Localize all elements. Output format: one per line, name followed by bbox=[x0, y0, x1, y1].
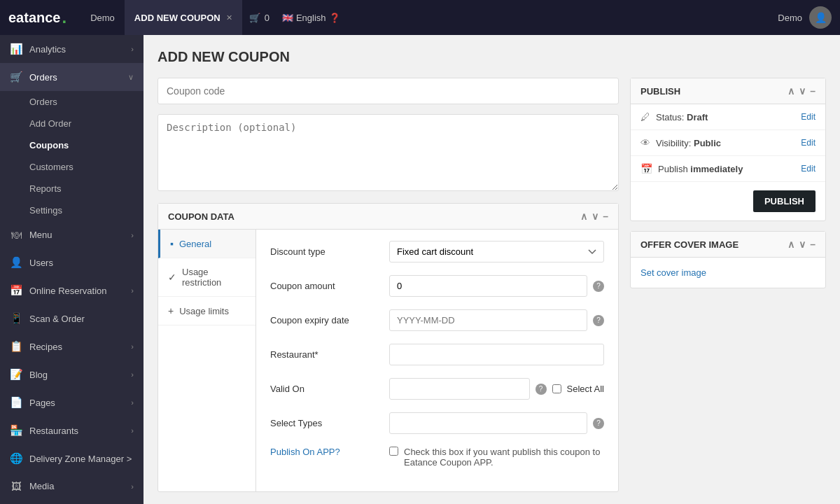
restaurant-input-wrap bbox=[389, 344, 604, 365]
sidebar-item-restaurants[interactable]: 🏪 Restaurants › bbox=[0, 416, 144, 444]
sidebar-item-online-reservation[interactable]: 📅 Online Reservation › bbox=[0, 276, 144, 304]
coupon-tab-general[interactable]: ▪ General bbox=[158, 230, 255, 258]
main-content: ADD NEW COUPON COUPON DATA ∧ bbox=[144, 35, 840, 504]
sidebar-item-orders[interactable]: 🛒 Orders ∨ bbox=[0, 63, 144, 91]
publish-on-app-row: Publish On APP? Check this box if you wa… bbox=[270, 447, 604, 473]
publish-app-label: Publish On APP? bbox=[270, 447, 382, 457]
select-types-row: Select Types ? bbox=[270, 412, 604, 434]
discount-type-select[interactable]: Fixed cart discount Percentage discount … bbox=[389, 241, 604, 262]
sidebar-sub-item-orders[interactable]: Orders bbox=[29, 91, 144, 113]
publish-time-edit-link[interactable]: Edit bbox=[801, 164, 816, 174]
publish-button[interactable]: PUBLISH bbox=[753, 190, 816, 212]
coupon-amount-label: Coupon amount bbox=[270, 281, 382, 291]
sidebar-item-label: Pages bbox=[29, 398, 55, 408]
add-order-label: Add Order bbox=[29, 118, 71, 129]
usage-limits-tab-label: Usage limits bbox=[179, 306, 229, 316]
sidebar-sub-item-customers[interactable]: Customers bbox=[29, 156, 144, 178]
coupon-amount-row: Coupon amount ? bbox=[270, 275, 604, 297]
collapse-up-icon[interactable]: ∧ bbox=[580, 211, 587, 222]
valid-on-input[interactable] bbox=[389, 378, 530, 400]
publish-collapse-up-icon[interactable]: ∧ bbox=[788, 85, 794, 97]
select-all-checkbox[interactable] bbox=[552, 384, 561, 393]
publish-card-header: PUBLISH ∧ ∨ – bbox=[631, 78, 825, 104]
publish-app-text: Check this box if you want publish this … bbox=[404, 447, 604, 468]
coupon-expiry-input[interactable] bbox=[389, 309, 587, 331]
sidebar-item-blog[interactable]: 📝 Blog › bbox=[0, 360, 144, 388]
sidebar-sub-item-settings[interactable]: Settings bbox=[29, 200, 144, 221]
restaurants-icon: 🏪 bbox=[10, 424, 22, 437]
sidebar-item-scan-order[interactable]: 📱 Scan & Order bbox=[0, 304, 144, 332]
app-logo: eatance. bbox=[8, 8, 66, 27]
sidebar-item-recipes[interactable]: 📋 Recipes › bbox=[0, 332, 144, 360]
calendar-icon: 📅 bbox=[640, 163, 652, 174]
publish-time-label: Publish bbox=[658, 164, 688, 174]
settings-label: Settings bbox=[29, 205, 62, 216]
publish-time-value: immediately bbox=[690, 164, 743, 174]
sidebar-item-label: Blog bbox=[29, 370, 48, 380]
visibility-edit-link[interactable]: Edit bbox=[801, 138, 816, 148]
sidebar-item-media[interactable]: 🖼 Media › bbox=[0, 472, 144, 500]
reservation-icon: 📅 bbox=[10, 284, 22, 297]
coupon-tab-usage-restriction[interactable]: ✓ Usage restriction bbox=[158, 258, 255, 297]
sidebar-item-contact[interactable]: ✉ Contact › bbox=[0, 500, 144, 504]
chevron-right-icon: › bbox=[131, 231, 134, 239]
collapse-icon[interactable]: – bbox=[603, 211, 608, 222]
sidebar-item-users[interactable]: 👤 Users bbox=[0, 248, 144, 276]
status-edit-link[interactable]: Edit bbox=[801, 112, 816, 122]
cover-collapse-down-icon[interactable]: ∨ bbox=[799, 239, 806, 250]
sidebar-item-label: Scan & Order bbox=[29, 314, 85, 324]
chevron-right-icon: › bbox=[131, 370, 134, 379]
status-value: Draft bbox=[687, 112, 708, 122]
publish-time-row: 📅 Publish immediately Edit bbox=[631, 156, 825, 182]
help-icon-types[interactable]: ? bbox=[593, 418, 604, 429]
sidebar-item-analytics[interactable]: 📊 Analytics › bbox=[0, 35, 144, 63]
publish-card-actions: ∧ ∨ – bbox=[788, 85, 816, 97]
coupon-tab-usage-limits[interactable]: + Usage limits bbox=[158, 297, 255, 326]
publish-collapse-down-icon[interactable]: ∨ bbox=[799, 85, 806, 97]
sidebar-sub-item-coupons[interactable]: Coupons bbox=[29, 134, 144, 156]
publish-app-checkbox[interactable] bbox=[389, 447, 398, 456]
sidebar-sub-item-add-order[interactable]: Add Order bbox=[29, 113, 144, 134]
language-selector[interactable]: 🇬🇧 English ❓ bbox=[276, 13, 346, 23]
cover-collapse-up-icon[interactable]: ∧ bbox=[788, 239, 794, 250]
cover-collapse-icon[interactable]: – bbox=[810, 239, 816, 250]
nav-tab-add-coupon[interactable]: ADD NEW COUPON ✕ bbox=[125, 0, 242, 35]
help-icon-expiry[interactable]: ? bbox=[593, 315, 604, 326]
coupon-amount-input[interactable] bbox=[389, 275, 587, 297]
sidebar-item-label: Delivery Zone Manager > bbox=[29, 454, 132, 464]
sidebar-item-pages[interactable]: 📄 Pages › bbox=[0, 388, 144, 416]
cart-icon: 🛒 bbox=[249, 13, 260, 23]
sidebar-item-label: Recipes bbox=[29, 342, 62, 352]
nav-tab-demo[interactable]: Demo bbox=[80, 0, 125, 35]
cart-nav[interactable]: 🛒 0 bbox=[242, 13, 276, 23]
sidebar-sub-item-reports[interactable]: Reports bbox=[29, 178, 144, 200]
close-tab-icon[interactable]: ✕ bbox=[226, 13, 232, 22]
select-types-input-wrap: ? bbox=[389, 412, 604, 434]
cover-image-title: OFFER COVER IMAGE bbox=[640, 239, 738, 250]
set-cover-image-button[interactable]: Set cover image bbox=[631, 258, 825, 288]
recipes-icon: 📋 bbox=[10, 340, 22, 353]
sidebar-item-menu[interactable]: 🍽 Menu › bbox=[0, 221, 144, 248]
coupon-tabs: ▪ General ✓ Usage restriction + Usage li… bbox=[158, 230, 256, 491]
coupon-data-header: COUPON DATA ∧ ∨ – bbox=[158, 204, 618, 230]
restaurant-input[interactable] bbox=[389, 344, 604, 365]
chevron-right-icon: › bbox=[131, 342, 134, 351]
select-types-input[interactable] bbox=[389, 412, 587, 434]
delivery-zone-icon: 🌐 bbox=[10, 452, 22, 465]
coupon-code-field bbox=[158, 78, 619, 104]
coupon-expiry-input-wrap: ? bbox=[389, 309, 604, 331]
collapse-down-icon[interactable]: ∨ bbox=[592, 211, 598, 222]
description-textarea[interactable] bbox=[158, 114, 619, 191]
avatar[interactable]: 👤 bbox=[809, 6, 832, 29]
restaurant-label: Restaurant* bbox=[270, 349, 382, 360]
help-icon-valid-on[interactable]: ? bbox=[536, 384, 547, 395]
main-layout: 📊 Analytics › 🛒 Orders ∨ Orders Add Orde… bbox=[0, 35, 840, 504]
visibility-icon: 👁 bbox=[640, 137, 650, 148]
valid-on-input-wrap: ? Select All bbox=[389, 378, 604, 400]
sidebar-item-delivery-zone[interactable]: 🌐 Delivery Zone Manager > bbox=[0, 444, 144, 472]
publish-collapse-icon[interactable]: – bbox=[810, 85, 816, 97]
help-icon[interactable]: ? bbox=[593, 281, 604, 292]
sidebar: 📊 Analytics › 🛒 Orders ∨ Orders Add Orde… bbox=[0, 35, 144, 504]
chevron-right-icon: › bbox=[131, 45, 134, 53]
coupon-code-input[interactable] bbox=[158, 78, 619, 104]
